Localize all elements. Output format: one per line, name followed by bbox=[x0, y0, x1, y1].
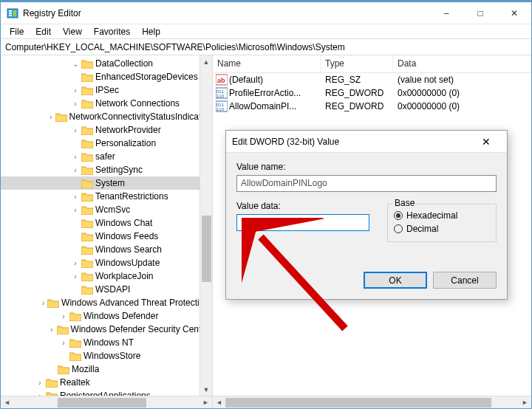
folder-icon bbox=[81, 192, 93, 202]
tree-item[interactable]: ›Windows Advanced Threat Protection bbox=[1, 296, 212, 309]
tree-item-label: Windows Defender Security Center bbox=[71, 324, 212, 334]
chevron-right-icon[interactable]: › bbox=[70, 258, 81, 268]
column-name[interactable]: Name bbox=[213, 55, 321, 72]
tree-item-label: WindowsStore bbox=[83, 351, 143, 361]
window-controls: – □ ✕ bbox=[429, 2, 531, 24]
tree-item[interactable]: Windows Search bbox=[1, 243, 212, 256]
tree-item[interactable]: ›WorkplaceJoin bbox=[1, 269, 212, 283]
chevron-right-icon[interactable]: › bbox=[47, 324, 55, 334]
registry-tree[interactable]: ⌄DataCollectionEnhancedStorageDevices›IP… bbox=[1, 55, 212, 402]
radio-hexadecimal[interactable]: Hexadecimal bbox=[394, 209, 490, 222]
tree-spacer bbox=[70, 231, 81, 241]
column-type[interactable]: Type bbox=[321, 55, 393, 72]
column-data[interactable]: Data bbox=[393, 55, 531, 72]
tree-spacer bbox=[70, 284, 81, 295]
menu-help[interactable]: Help bbox=[136, 25, 166, 38]
chevron-right-icon[interactable]: › bbox=[70, 125, 81, 135]
value-type: REG_DWORD bbox=[321, 101, 393, 111]
close-button[interactable]: ✕ bbox=[497, 2, 531, 24]
value-name: (Default) bbox=[228, 75, 321, 85]
menu-view[interactable]: View bbox=[57, 25, 88, 38]
list-item[interactable]: AllowDomainPI...REG_DWORD0x00000000 (0) bbox=[213, 100, 531, 113]
tree-spacer bbox=[70, 218, 81, 228]
tree-item[interactable]: ›SettingSync bbox=[1, 163, 212, 176]
tree-item[interactable]: ›Windows Defender Security Center bbox=[1, 323, 212, 336]
value-data-input[interactable] bbox=[236, 214, 369, 231]
menu-edit[interactable]: Edit bbox=[30, 25, 57, 38]
scroll-thumb[interactable] bbox=[202, 216, 211, 282]
tree-horizontal-scrollbar[interactable]: ◄ ► bbox=[1, 396, 212, 408]
chevron-right-icon[interactable]: › bbox=[70, 85, 81, 95]
radio-label: Decimal bbox=[406, 224, 438, 234]
chevron-down-icon[interactable]: ⌄ bbox=[70, 58, 81, 69]
address-text: Computer\HKEY_LOCAL_MACHINE\SOFTWARE\Pol… bbox=[5, 42, 345, 52]
chevron-right-icon[interactable]: › bbox=[58, 311, 69, 321]
maximize-button[interactable]: □ bbox=[463, 2, 497, 24]
svg-rect-1 bbox=[9, 10, 12, 12]
scroll-left-icon[interactable]: ◄ bbox=[1, 396, 13, 409]
folder-icon bbox=[81, 219, 93, 228]
tree-item[interactable]: System bbox=[1, 176, 212, 190]
cancel-button[interactable]: Cancel bbox=[433, 272, 497, 289]
tree-item[interactable]: ›Windows NT bbox=[1, 336, 212, 349]
menu-file[interactable]: File bbox=[4, 25, 30, 38]
list-item[interactable]: (Default)REG_SZ(value not set) bbox=[213, 73, 531, 86]
chevron-right-icon[interactable]: › bbox=[58, 337, 69, 348]
address-bar[interactable]: Computer\HKEY_LOCAL_MACHINE\SOFTWARE\Pol… bbox=[1, 39, 531, 55]
menu-favorites[interactable]: Favorites bbox=[88, 25, 136, 38]
tree-item[interactable]: Windows Feeds bbox=[1, 230, 212, 243]
scroll-left-icon[interactable]: ◄ bbox=[213, 396, 225, 409]
tree-item[interactable]: Windows Chat bbox=[1, 216, 212, 230]
tree-item[interactable]: ›WindowsUpdate bbox=[1, 256, 212, 269]
tree-item-label: NetworkProvider bbox=[95, 125, 164, 135]
chevron-right-icon[interactable]: › bbox=[70, 271, 81, 281]
tree-item[interactable]: ›IPSec bbox=[1, 83, 212, 97]
chevron-right-icon[interactable]: › bbox=[70, 98, 81, 109]
base-legend: Base bbox=[392, 198, 417, 208]
chevron-right-icon[interactable]: › bbox=[70, 165, 81, 175]
chevron-right-icon[interactable]: › bbox=[47, 111, 54, 122]
scroll-up-icon[interactable]: ▲ bbox=[200, 55, 212, 68]
radio-icon bbox=[394, 224, 403, 233]
folder-icon bbox=[81, 205, 93, 215]
folder-icon bbox=[81, 179, 93, 188]
minimize-button[interactable]: – bbox=[429, 2, 463, 24]
tree-item[interactable]: WSDAPI bbox=[1, 283, 212, 296]
tree-item[interactable]: Personalization bbox=[1, 137, 212, 150]
scroll-right-icon[interactable]: ► bbox=[519, 396, 531, 409]
tree-item[interactable]: ›NetworkConnectivityStatusIndicator bbox=[1, 110, 212, 123]
tree-item[interactable]: ›Realtek bbox=[1, 376, 212, 389]
tree-vertical-scrollbar[interactable]: ▲ ▼ bbox=[200, 55, 212, 396]
tree-item[interactable]: ›NetworkProvider bbox=[1, 123, 212, 137]
tree-item[interactable]: Mozilla bbox=[1, 362, 212, 376]
list-horizontal-scrollbar[interactable]: ◄ ► bbox=[213, 396, 531, 408]
tree-item[interactable]: ›TenantRestrictions bbox=[1, 190, 212, 203]
folder-icon bbox=[81, 126, 93, 135]
tree-item[interactable]: EnhancedStorageDevices bbox=[1, 70, 212, 83]
tree-item[interactable]: ›safer bbox=[1, 150, 212, 163]
list-item[interactable]: ProfileErrorActio...REG_DWORD0x00000000 … bbox=[213, 86, 531, 100]
value-type: REG_SZ bbox=[321, 75, 393, 85]
scroll-thumb[interactable] bbox=[58, 398, 146, 408]
edit-dword-dialog: Edit DWORD (32-bit) Value ✕ Value name: … bbox=[225, 130, 508, 300]
scroll-right-icon[interactable]: ► bbox=[200, 396, 212, 409]
tree-item[interactable]: WindowsStore bbox=[1, 349, 212, 362]
tree-item-label: Windows NT bbox=[83, 337, 137, 348]
tree-item[interactable]: ›WcmSvc bbox=[1, 203, 212, 216]
tree-item[interactable]: ⌄DataCollection bbox=[1, 57, 212, 70]
chevron-right-icon[interactable]: › bbox=[70, 151, 81, 162]
chevron-right-icon[interactable]: › bbox=[35, 377, 45, 388]
chevron-right-icon[interactable]: › bbox=[70, 191, 81, 202]
dialog-close-button[interactable]: ✕ bbox=[471, 136, 501, 148]
chevron-right-icon[interactable]: › bbox=[40, 298, 47, 308]
chevron-right-icon[interactable]: › bbox=[70, 205, 81, 215]
scroll-down-icon[interactable]: ▼ bbox=[200, 383, 212, 396]
ok-button[interactable]: OK bbox=[364, 272, 427, 289]
tree-item[interactable]: ›Network Connections bbox=[1, 97, 212, 110]
radio-decimal[interactable]: Decimal bbox=[394, 222, 490, 236]
tree-item[interactable]: ›Windows Defender bbox=[1, 309, 212, 323]
window-titlebar: Registry Editor – □ ✕ bbox=[1, 2, 531, 24]
tree-item-label: Realtek bbox=[60, 377, 93, 388]
scroll-thumb[interactable] bbox=[225, 398, 491, 408]
tree-pane: ⌄DataCollectionEnhancedStorageDevices›IP… bbox=[1, 55, 213, 408]
